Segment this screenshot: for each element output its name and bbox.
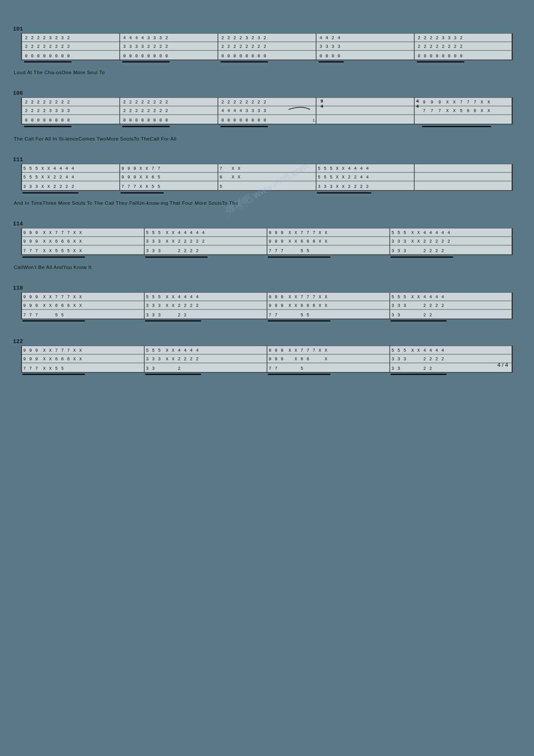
svg-text:9: 9 [23, 303, 26, 308]
svg-text:7: 7 [301, 295, 303, 300]
svg-text:0: 0 [251, 118, 254, 123]
svg-text:7: 7 [61, 348, 64, 353]
svg-text:7: 7 [438, 109, 441, 113]
svg-text:2: 2 [430, 44, 432, 49]
svg-text:X: X [49, 303, 52, 308]
svg-text:3: 3 [448, 36, 450, 41]
svg-text:X: X [43, 357, 46, 362]
svg-text:4: 4 [447, 231, 450, 235]
svg-text:0: 0 [31, 118, 34, 123]
svg-text:4: 4 [416, 99, 419, 104]
svg-text:5: 5 [391, 231, 394, 235]
svg-text:3: 3 [152, 249, 155, 253]
svg-text:5: 5 [404, 348, 406, 353]
svg-text:3: 3 [61, 109, 64, 113]
svg-text:2: 2 [418, 44, 420, 49]
svg-text:7: 7 [269, 249, 271, 253]
svg-text:9: 9 [23, 357, 26, 362]
svg-text:X: X [73, 357, 76, 362]
svg-text:X: X [79, 348, 82, 353]
svg-text:2: 2 [153, 100, 156, 105]
svg-text:4: 4 [423, 231, 426, 235]
svg-text:3: 3 [146, 239, 149, 244]
svg-text:9: 9 [35, 357, 38, 362]
svg-text:5: 5 [301, 249, 303, 253]
tab-staff-101: 2 2 2 2 3 2 3 2 4 4 4 4 3 3 3 2 2 2 2 2 … [13, 33, 521, 68]
svg-text:2: 2 [25, 109, 28, 113]
svg-text:X: X [446, 109, 449, 113]
lyrics-114: CallWon't Be All AndYou Know It [13, 265, 521, 270]
svg-text:2: 2 [221, 100, 224, 105]
svg-text:X: X [140, 184, 142, 189]
svg-text:7: 7 [55, 231, 58, 235]
svg-text:0: 0 [326, 54, 328, 59]
svg-text:7: 7 [35, 366, 38, 371]
svg-text:X: X [73, 303, 76, 308]
svg-rect-232 [24, 126, 71, 127]
svg-text:2: 2 [67, 44, 70, 49]
svg-text:2: 2 [178, 357, 180, 362]
svg-text:9: 9 [121, 166, 124, 171]
svg-text:0: 0 [258, 118, 260, 123]
svg-text:2: 2 [423, 357, 426, 362]
svg-text:2: 2 [178, 303, 180, 308]
svg-text:X: X [289, 348, 291, 353]
svg-text:X: X [73, 348, 76, 353]
svg-text:X: X [411, 239, 414, 244]
svg-text:0: 0 [430, 54, 432, 59]
page: 101 2 2 2 2 3 2 3 2 4 4 [13, 0, 521, 377]
svg-text:5: 5 [158, 184, 160, 189]
section-101: 101 2 2 2 2 3 2 3 2 4 4 [13, 26, 521, 75]
svg-text:2: 2 [25, 44, 28, 49]
svg-text:5: 5 [61, 249, 64, 253]
svg-text:4: 4 [423, 295, 426, 300]
svg-text:2: 2 [424, 44, 426, 49]
svg-text:5: 5 [318, 175, 320, 180]
svg-text:3: 3 [391, 357, 394, 362]
svg-text:X: X [453, 109, 456, 113]
svg-text:0: 0 [233, 54, 236, 59]
svg-text:X: X [166, 357, 168, 362]
svg-text:6: 6 [474, 109, 476, 113]
svg-text:X: X [47, 184, 50, 189]
measure-number-122: 122 [13, 338, 521, 345]
svg-text:X: X [43, 231, 46, 235]
svg-text:3: 3 [158, 249, 161, 253]
svg-text:2: 2 [25, 36, 28, 41]
svg-text:3: 3 [404, 239, 406, 244]
svg-text:5: 5 [301, 366, 303, 371]
svg-text:4: 4 [435, 348, 438, 353]
svg-text:6: 6 [55, 303, 58, 308]
svg-text:9: 9 [35, 239, 38, 244]
svg-text:2: 2 [227, 44, 230, 49]
svg-text:9: 9 [423, 100, 425, 105]
svg-text:5: 5 [397, 348, 400, 353]
svg-text:0: 0 [165, 54, 168, 59]
svg-text:2: 2 [423, 313, 426, 318]
svg-text:5: 5 [397, 231, 400, 235]
svg-text:7: 7 [23, 366, 26, 371]
svg-text:7: 7 [152, 166, 154, 171]
svg-text:2: 2 [165, 36, 168, 41]
svg-text:0: 0 [165, 118, 168, 123]
svg-text:4: 4 [435, 295, 438, 300]
svg-text:3: 3 [29, 184, 32, 189]
svg-text:3: 3 [391, 366, 394, 371]
svg-text:2: 2 [430, 36, 432, 41]
svg-text:3: 3 [397, 313, 400, 318]
svg-text:2: 2 [423, 239, 426, 244]
svg-text:X: X [295, 303, 297, 308]
svg-text:2: 2 [190, 303, 192, 308]
svg-text:3: 3 [245, 36, 248, 41]
svg-text:4: 4 [71, 175, 74, 180]
svg-text:X: X [166, 239, 168, 244]
svg-text:6: 6 [307, 303, 309, 308]
svg-text:0: 0 [338, 54, 340, 59]
svg-text:2: 2 [239, 36, 242, 41]
svg-text:3: 3 [152, 366, 155, 371]
svg-rect-451 [22, 256, 85, 258]
svg-text:X: X [172, 348, 174, 353]
svg-text:3: 3 [391, 249, 394, 253]
svg-text:4: 4 [196, 231, 199, 235]
svg-rect-560 [391, 320, 447, 322]
